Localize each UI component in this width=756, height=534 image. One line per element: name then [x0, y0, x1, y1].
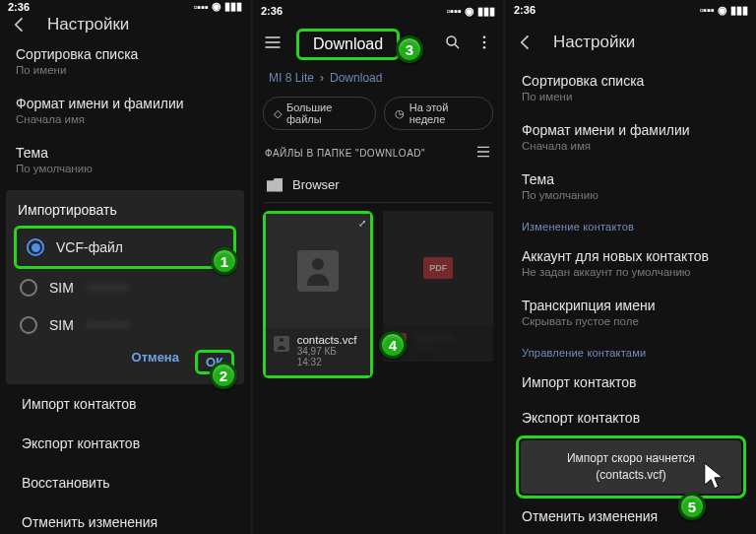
file-thumb: ⤢: [266, 214, 370, 328]
crumb-download[interactable]: Download: [330, 71, 382, 85]
page-title: Настройки: [47, 15, 129, 34]
battery-icon: ▮▮▮: [730, 4, 748, 17]
svg-point-3: [483, 46, 486, 49]
dialog-title: Импортировать: [10, 202, 240, 226]
row-import-contacts[interactable]: Импорт контактов: [0, 384, 250, 424]
status-bar: 2:36 ▫▪▪▪ ◉ ▮▮▮: [253, 0, 503, 22]
status-time: 2:36: [261, 5, 283, 17]
setting-name-format[interactable]: Формат имени и фамилии Сначала имя: [506, 112, 756, 162]
status-time: 2:36: [8, 1, 30, 13]
section-manage-contacts: Управление контактами: [506, 337, 756, 365]
signal-icon: ▫▪▪▪: [193, 1, 209, 13]
contact-icon: [297, 250, 339, 292]
back-icon[interactable]: [8, 13, 32, 36]
radio-sim-1[interactable]: SIM ··········: [10, 269, 240, 306]
svg-point-1: [483, 35, 486, 38]
cancel-button[interactable]: Отмена: [132, 350, 179, 374]
crumb-device[interactable]: MI 8 Lite: [269, 71, 314, 85]
wifi-icon: ◉: [718, 4, 727, 17]
radio-sim-2[interactable]: SIM ··········: [10, 306, 240, 344]
import-dialog: Импортировать VCF-файл SIM ·········· SI…: [6, 190, 244, 384]
chip-large-files[interactable]: ◇ Большие файлы: [263, 97, 376, 130]
file-contacts-vcf[interactable]: ⤢ contacts.vcf 34,97 КБ 14:32: [263, 211, 373, 378]
back-icon[interactable]: [514, 31, 537, 54]
app-header: Настройки: [0, 13, 250, 36]
sim-redacted: ··········: [86, 279, 129, 297]
file-redacted: ············: [414, 331, 452, 343]
cursor-icon: [703, 461, 724, 491]
search-icon[interactable]: [444, 33, 462, 55]
radio-selected-icon: [27, 238, 44, 256]
file-thumb: PDF: [383, 211, 493, 325]
row-import-contacts[interactable]: Импорт контактов: [506, 365, 756, 400]
row-export-contacts[interactable]: Экспорт контактов: [506, 400, 756, 435]
contact-mini-icon: [274, 336, 289, 352]
folder-browser[interactable]: Browser: [253, 167, 503, 202]
section-edit-contacts: Изменение контактов: [506, 211, 756, 238]
expand-icon[interactable]: ⤢: [358, 218, 366, 229]
step-badge-3: 3: [396, 35, 423, 63]
settings-list-below: Импорт контактов Экспорт контактов Восст…: [0, 384, 250, 534]
overflow-icon[interactable]: [475, 33, 493, 55]
row-restore[interactable]: Восстановить: [0, 463, 250, 502]
svg-point-0: [447, 36, 456, 45]
breadcrumb[interactable]: MI 8 Lite › Download: [253, 67, 503, 93]
radio-icon: [20, 316, 37, 334]
setting-name-format[interactable]: Формат имени и фамилии Сначала имя: [0, 86, 250, 135]
radio-vcf-file[interactable]: VCF-файл: [17, 229, 233, 266]
step-badge-5: 5: [678, 493, 706, 520]
wifi-icon: ◉: [465, 5, 474, 18]
folder-title: Download: [296, 29, 400, 60]
step-badge-4: 4: [379, 331, 407, 359]
dialog-actions: Отмена ОК: [10, 344, 240, 378]
battery-icon: ▮▮▮: [477, 5, 495, 18]
setting-sort[interactable]: Сортировка списка По имени: [506, 63, 756, 112]
highlight-vcf: VCF-файл: [14, 226, 236, 269]
panel-1-settings-import: 2:36 ▫▪▪▪ ◉ ▮▮▮ Настройки Сортировка спи…: [0, 0, 250, 534]
svg-point-2: [483, 41, 486, 44]
setting-theme[interactable]: Тема По умолчанию: [506, 162, 756, 211]
setting-theme[interactable]: Тема По умолчанию: [0, 135, 250, 184]
folder-icon: [267, 178, 283, 192]
file-grid: ⤢ contacts.vcf 34,97 КБ 14:32 PDF ······…: [253, 203, 503, 386]
status-bar: 2:36 ▫▪▪▪ ◉ ▮▮▮: [506, 0, 756, 21]
view-list-icon[interactable]: [475, 144, 491, 162]
panel-3-settings-toast: 2:36 ▫▪▪▪ ◉ ▮▮▮ Настройки Сортировка спи…: [506, 0, 756, 534]
file-redacted: ·········: [414, 343, 452, 354]
step-badge-2: 2: [210, 362, 237, 389]
chip-this-week[interactable]: ◷ На этой неделе: [384, 97, 493, 130]
row-export-contacts[interactable]: Экспорт контактов: [0, 424, 250, 463]
filter-chips: ◇ Большие файлы ◷ На этой неделе: [253, 93, 503, 140]
status-bar: 2:36 ▫▪▪▪ ◉ ▮▮▮: [0, 0, 250, 13]
setting-default-account[interactable]: Аккаунт для новых контактов Не задан акк…: [506, 238, 756, 288]
file-meta: contacts.vcf 34,97 КБ 14:32: [266, 328, 370, 375]
signal-icon: ▫▪▪▪: [446, 5, 462, 17]
hamburger-icon[interactable]: [263, 33, 283, 56]
signal-icon: ▫▪▪▪: [699, 4, 715, 16]
tag-icon: ◇: [274, 107, 282, 120]
wifi-icon: ◉: [212, 0, 221, 13]
battery-icon: ▮▮▮: [224, 0, 242, 13]
clock-icon: ◷: [395, 107, 405, 120]
row-undo-changes[interactable]: Отменить изменения: [506, 499, 756, 534]
step-badge-1: 1: [211, 247, 238, 275]
files-header: Download: [253, 22, 503, 67]
sim-redacted: ··········: [86, 316, 129, 334]
row-undo-changes[interactable]: Отменить изменения: [0, 502, 250, 534]
app-header: Настройки: [506, 21, 756, 64]
setting-sort[interactable]: Сортировка списка По имени: [0, 36, 250, 86]
radio-icon: [20, 279, 37, 297]
files-caption: ФАЙЛЫ В ПАПКЕ "DOWNLOAD": [253, 140, 503, 167]
panel-2-files-download: 2:36 ▫▪▪▪ ◉ ▮▮▮ Download MI 8 Lite › Dow…: [253, 0, 503, 534]
page-title: Настройки: [553, 33, 635, 52]
pdf-icon: PDF: [423, 257, 453, 279]
setting-phonetic[interactable]: Транскрипция имени Скрывать пустое поле: [506, 288, 756, 337]
status-time: 2:36: [514, 4, 536, 16]
chevron-right-icon: ›: [320, 71, 324, 85]
